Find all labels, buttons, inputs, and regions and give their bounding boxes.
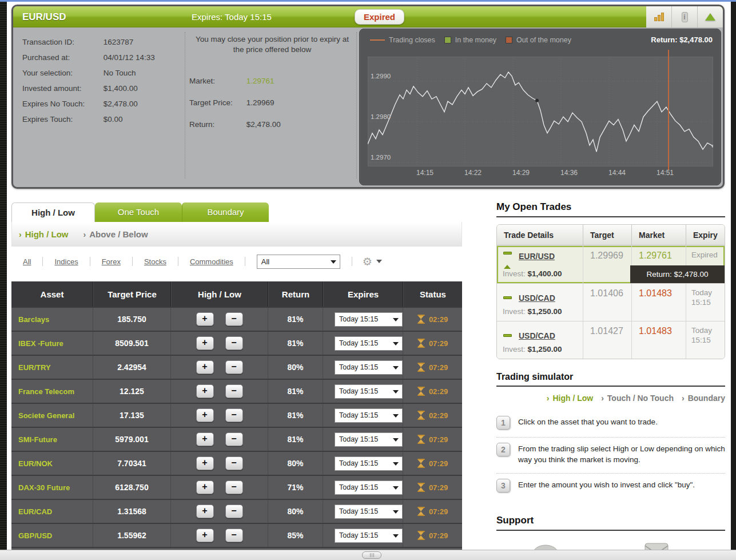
- low-minus-button[interactable]: −: [225, 312, 243, 326]
- low-minus-button[interactable]: −: [225, 336, 243, 350]
- high-plus-button[interactable]: +: [196, 312, 214, 326]
- high-plus-button[interactable]: +: [196, 529, 214, 542]
- chevron-down-icon: [393, 534, 399, 538]
- subnav-item[interactable]: ›High / Low: [19, 229, 69, 239]
- filter-link[interactable]: Stocks: [144, 257, 166, 266]
- divider: [132, 257, 133, 266]
- low-minus-button[interactable]: −: [225, 360, 243, 374]
- chevron-right-icon: ›: [547, 394, 550, 403]
- high-plus-button[interactable]: +: [196, 360, 214, 374]
- top-edge-line: [0, 0, 736, 2]
- asset-name[interactable]: Societe General: [11, 404, 93, 427]
- chart-legend: Trading closes In the money Out of the m…: [370, 35, 713, 44]
- expiry-select[interactable]: Today 15:15: [335, 480, 403, 495]
- filter-link[interactable]: Indices: [54, 257, 78, 266]
- hourglass-icon: [417, 531, 425, 540]
- direction-icon: [503, 292, 513, 304]
- high-low-cell: + −: [171, 308, 268, 331]
- expiry-select[interactable]: Today 15:15: [335, 312, 403, 327]
- asset-name[interactable]: IBEX -Future: [11, 332, 93, 355]
- expiry-info: Expires: Today 15:15: [192, 6, 272, 27]
- low-minus-button[interactable]: −: [225, 456, 243, 470]
- expiry-select[interactable]: Today 15:15: [335, 456, 403, 471]
- low-minus-button[interactable]: −: [225, 384, 243, 398]
- simulator-steps: 1 Click on the asset that you want to tr…: [496, 411, 725, 500]
- high-plus-button[interactable]: +: [196, 456, 214, 470]
- quote-row: Return: $2,478.00: [189, 120, 355, 129]
- column-header-expires: Expires: [323, 281, 403, 307]
- subnav-item[interactable]: ›Above / Below: [83, 229, 148, 239]
- asset-name[interactable]: EUR/CAD: [11, 500, 93, 523]
- asset-name[interactable]: DAX-30 Future: [11, 476, 93, 499]
- support-title: Support: [496, 515, 725, 531]
- trade-asset-link[interactable]: EUR/USD: [519, 252, 555, 261]
- low-minus-button[interactable]: −: [225, 529, 243, 542]
- simulator-crumb[interactable]: ›Boundary: [682, 394, 725, 403]
- high-plus-button[interactable]: +: [196, 336, 214, 350]
- target-price: 12.125: [93, 380, 171, 403]
- option-type-tab[interactable]: High / Low: [11, 202, 95, 222]
- asset-name[interactable]: SMI-Future: [11, 428, 93, 451]
- low-minus-button[interactable]: −: [225, 408, 243, 422]
- horizontal-scrollbar[interactable]: [0, 550, 736, 560]
- simulator-crumb[interactable]: ›High / Low: [547, 394, 593, 403]
- detail-row: Purchased at: 04/01/12 14:33: [22, 53, 155, 62]
- simulator-crumb[interactable]: ›Touch / No Touch: [601, 394, 674, 403]
- high-low-cell: + −: [171, 356, 268, 379]
- time-remaining: 07:29: [429, 363, 448, 372]
- trade-asset-cell: EUR/USD: [497, 251, 583, 262]
- trade-asset-link[interactable]: USD/CAD: [519, 331, 555, 340]
- high-plus-button[interactable]: +: [196, 408, 214, 422]
- high-plus-button[interactable]: +: [196, 505, 214, 518]
- expiry-select[interactable]: Today 15:15: [335, 336, 403, 351]
- detail-value: No Touch: [104, 69, 136, 77]
- chart-view-button[interactable]: [646, 6, 671, 27]
- high-plus-button[interactable]: +: [196, 432, 214, 446]
- trade-invest: Invest: $1,250.00: [503, 345, 562, 354]
- column-header-return: Return: [268, 281, 323, 307]
- expiry-select[interactable]: Today 15:15: [335, 384, 403, 399]
- low-minus-button[interactable]: −: [225, 505, 243, 518]
- expiry-select[interactable]: Today 15:15: [335, 360, 403, 375]
- high-low-cell: + −: [171, 476, 268, 499]
- settings-menu-button[interactable]: ⚙: [363, 255, 382, 268]
- expiry-select[interactable]: Today 15:15: [335, 505, 403, 519]
- horizontal-scrollbar-thumb[interactable]: [362, 551, 381, 559]
- high-low-cell: + −: [171, 332, 268, 355]
- asset-name[interactable]: France Telecom: [11, 380, 93, 403]
- simulator-title: Trading simulator: [496, 372, 725, 387]
- option-type-tab[interactable]: Boundary: [182, 202, 269, 222]
- filter-link[interactable]: Commodities: [190, 257, 233, 266]
- low-minus-button[interactable]: −: [225, 480, 243, 494]
- detail-value: 04/01/12 14:33: [104, 53, 155, 62]
- expiry-select[interactable]: Today 15:15: [335, 432, 403, 447]
- asset-name[interactable]: GBP/USD: [11, 524, 93, 547]
- filter-link[interactable]: All: [23, 257, 31, 266]
- time-remaining: 07:29: [429, 339, 448, 348]
- collapse-button[interactable]: [697, 6, 723, 27]
- hourglass-icon: [417, 411, 425, 420]
- detail-row: Invested amount: $1,400.00: [22, 84, 155, 93]
- high-low-cell: + −: [171, 500, 268, 523]
- filter-link[interactable]: Forex: [102, 257, 121, 266]
- asset-name[interactable]: EUR/NOK: [11, 452, 93, 475]
- option-type-tab[interactable]: One Touch: [95, 202, 182, 222]
- expiry-select[interactable]: Today 15:15: [335, 529, 403, 543]
- expiry-select[interactable]: Today 15:15: [335, 408, 403, 423]
- chevron-down-icon: [393, 342, 399, 345]
- trade-asset-link[interactable]: USD/CAD: [519, 293, 555, 303]
- target-price: 8509.501: [93, 332, 171, 355]
- high-plus-button[interactable]: +: [196, 384, 214, 398]
- hourglass-icon: [417, 339, 425, 348]
- info-button[interactable]: i: [671, 6, 697, 27]
- divider: [90, 257, 90, 266]
- detail-row: Expires Touch: $0.00: [22, 115, 155, 124]
- asset-table-header: Asset Target Price High / Low Return Exp…: [11, 281, 462, 307]
- asset-name[interactable]: Barclays: [11, 308, 93, 331]
- asset-name[interactable]: EUR/TRY: [11, 356, 93, 379]
- column-header-target: Target: [583, 225, 631, 245]
- category-select[interactable]: All: [257, 255, 340, 269]
- high-low-cell: + −: [171, 428, 268, 451]
- high-plus-button[interactable]: +: [196, 480, 214, 494]
- low-minus-button[interactable]: −: [225, 432, 243, 446]
